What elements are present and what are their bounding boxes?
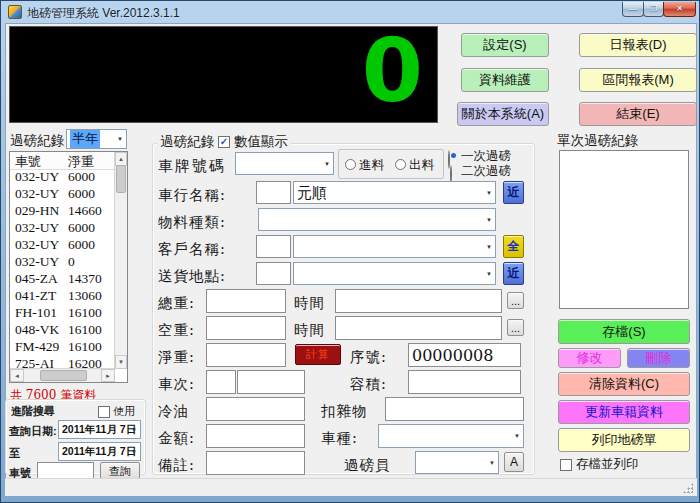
volume-input[interactable] [408,370,521,394]
vertical-scrollbar[interactable]: ▲ ▼ [114,152,127,369]
table-row[interactable]: 048-VK 16100 [10,322,115,339]
use-advanced-search[interactable]: 使用 [98,404,135,419]
dealer-code-input[interactable] [256,181,291,204]
exit-button[interactable]: 結束(E) [579,102,697,126]
save-button[interactable]: 存檔(S) [558,319,690,344]
chevron-down-icon[interactable]: ▼ [131,449,137,455]
settings-button[interactable]: 設定(S) [461,33,549,57]
table-row[interactable]: FH-101 16100 [10,305,115,322]
scroll-down-icon[interactable]: ▼ [115,355,127,369]
serial-input[interactable] [408,343,521,367]
amount-input[interactable] [206,424,305,448]
customer-all-button[interactable]: 全 [503,235,524,258]
horizontal-scroll-thumb[interactable] [40,370,87,381]
table-row[interactable]: 041-ZT 13060 [10,288,115,305]
radio-double-weigh-label[interactable]: 二次過磅 [461,163,511,180]
daily-report-button[interactable]: 日報表(D) [579,33,697,57]
save-and-print-option[interactable]: 存檔並列印 [560,456,639,473]
delete-button[interactable]: 刪除 [627,348,690,368]
date-from-value: 2011年11月 7日 [62,423,136,437]
clear-button[interactable]: 清除資料(C) [558,372,690,396]
calculate-button[interactable]: 計算 [295,344,341,365]
trips-extra-input[interactable] [237,370,305,394]
chevron-down-icon[interactable]: ▼ [489,460,495,466]
trips-count-input[interactable] [206,370,236,394]
destination-near-button[interactable]: 近 [503,262,524,285]
chevron-down-icon[interactable]: ▼ [131,427,137,433]
close-button[interactable]: ✕ [663,2,696,17]
weigh-history-list[interactable]: 車號 淨重 032-UY 6000 032-UY 6000 [9,151,128,383]
history-title: 過磅紀錄 [10,132,64,150]
vertical-scroll-thumb[interactable] [116,165,126,193]
tare-time-picker-button[interactable]: ... [507,319,524,336]
weigh-record-rows[interactable]: 032-UY 6000 032-UY 6000 029-HN 14660 [10,169,115,369]
horizontal-scrollbar[interactable]: ◄ ► [10,368,115,382]
radio-outgoing-label[interactable]: 出料 [409,157,434,174]
table-row[interactable]: 032-UY 6000 [10,220,115,237]
single-records-list[interactable] [559,150,689,309]
operator-select[interactable]: ▼ [415,451,499,474]
note-input[interactable] [206,451,305,475]
operator-a-button[interactable]: A [504,452,524,472]
table-row[interactable]: 032-UY 6000 [10,169,115,186]
date-to-picker[interactable]: 2011年11月 7日 ▼ [58,442,141,461]
customer-label: 客戶名稱: [158,240,226,259]
about-button[interactable]: 關於本系統(A) [457,102,549,126]
maximize-button[interactable]: ❐ [643,2,664,17]
chevron-down-icon[interactable]: ▼ [486,244,492,250]
customer-code-input[interactable] [256,235,291,258]
chevron-down-icon[interactable]: ▼ [486,190,492,196]
impurity-input[interactable] [385,397,524,421]
clear-button-label: 清除資料(C) [589,375,659,393]
print-scale-slip-button[interactable]: 列印地磅單 [558,428,690,452]
data-maintenance-button[interactable]: 資料維護 [461,68,549,92]
use-checkbox[interactable] [98,406,110,418]
table-row[interactable]: 032-UY 0 [10,254,115,271]
vehicle-type-select[interactable]: ▼ [378,424,524,448]
chevron-down-icon[interactable]: ▼ [324,161,330,167]
net-cell: 6000 [68,237,95,253]
material-select[interactable]: ▼ [258,208,496,231]
plate-number-select[interactable]: ▼ [235,152,334,175]
resize-grip-icon[interactable] [683,483,693,493]
table-row[interactable]: 029-HN 14660 [10,203,115,220]
scroll-right-icon[interactable]: ► [101,369,115,382]
gross-time-picker-button[interactable]: ... [507,292,524,309]
destination-select[interactable]: ▼ [293,262,496,285]
radio-outgoing[interactable] [395,159,406,170]
radio-incoming[interactable] [345,159,356,170]
update-vehicle-button[interactable]: 更新車籍資料 [558,400,690,424]
customer-select[interactable]: ▼ [293,235,496,258]
chevron-down-icon[interactable]: ▼ [514,433,520,439]
radio-incoming-label[interactable]: 進料 [359,157,384,174]
net-weight-input[interactable] [206,343,286,367]
chevron-down-icon[interactable]: ▼ [486,217,492,223]
chevron-down-icon[interactable]: ▼ [117,136,123,142]
net-cell: 16100 [68,339,102,355]
table-row[interactable]: 032-UY 6000 [10,237,115,254]
calculate-button-label: 計算 [306,347,330,362]
modify-button[interactable]: 修改 [558,348,621,368]
table-row[interactable]: FM-429 16100 [10,339,115,356]
gross-time-input[interactable] [335,289,502,313]
dealer-select[interactable]: 元順 ▼ [293,181,496,204]
destination-code-input[interactable] [256,262,291,285]
scroll-up-icon[interactable]: ▲ [115,152,127,166]
cold-oil-input[interactable] [206,397,305,421]
range-report-button[interactable]: 區間報表(M) [579,68,697,92]
tare-weight-input[interactable] [206,316,286,340]
minimize-button[interactable]: — [622,2,644,17]
save-and-print-checkbox[interactable] [560,459,572,471]
tare-time-input[interactable] [335,316,502,340]
chevron-down-icon[interactable]: ▼ [486,271,492,277]
table-row[interactable]: 032-UY 6000 [10,186,115,203]
numeric-display-checkbox[interactable]: ✓ [218,136,230,148]
gross-weight-input[interactable] [206,289,286,313]
dealer-near-button[interactable]: 近 [503,181,524,204]
date-from-picker[interactable]: 2011年11月 7日 ▼ [58,420,141,439]
table-row[interactable]: 045-ZA 14370 [10,271,115,288]
net-cell: 13060 [68,288,102,304]
scroll-left-icon[interactable]: ◄ [10,369,24,382]
net-cell: 14660 [68,203,102,219]
history-period-select[interactable]: 半年 ▼ [66,129,127,149]
